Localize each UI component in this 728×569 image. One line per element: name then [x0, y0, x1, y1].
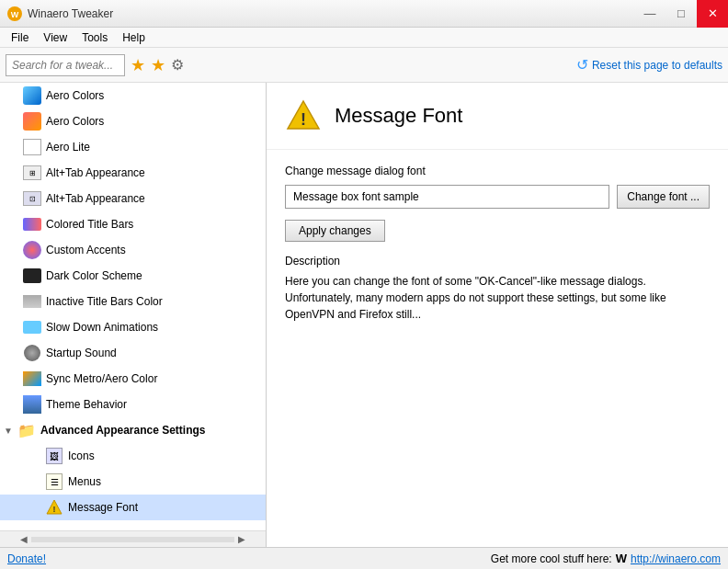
apply-changes-button[interactable]: Apply changes: [285, 220, 385, 242]
custom-accents-icon: [22, 240, 42, 260]
sidebar-item-alttab-1[interactable]: ⊞ Alt+Tab Appearance: [0, 160, 266, 186]
panel-header: ! Message Font: [267, 83, 728, 150]
sidebar-label-slow-anim: Slow Down Animations: [46, 321, 158, 334]
get-more-text: Get more cool stuff here:: [491, 552, 612, 565]
dark-color-icon: [22, 266, 42, 286]
sidebar-hscroll: ◀ ▶: [0, 530, 266, 547]
sidebar-item-startup-sound[interactable]: Startup Sound: [0, 340, 266, 366]
hscroll-track: [31, 537, 234, 542]
winaero-w-icon: W: [616, 552, 627, 565]
hscroll-left-btn[interactable]: ◀: [17, 532, 31, 547]
main-content: Aero Colors Aero Colors Aero Lite ⊞ Alt+…: [0, 83, 728, 547]
reset-icon: ↺: [576, 56, 588, 74]
menu-file[interactable]: File: [4, 29, 36, 46]
sidebar-item-sync-metro[interactable]: Sync Metro/Aero Color: [0, 366, 266, 392]
aero-colors-icon-1: [22, 85, 42, 106]
alttab-icon-1: ⊞: [22, 163, 42, 183]
sidebar-label-dark-color: Dark Color Scheme: [46, 269, 142, 282]
window-controls: — □ ✕: [634, 0, 728, 28]
folder-icon: 📁: [17, 422, 36, 439]
right-panel: ! Message Font Change message dialog fon…: [267, 83, 728, 547]
window-title: Winaero Tweaker: [28, 7, 113, 20]
sidebar-label-aero-lite: Aero Lite: [46, 141, 90, 154]
warning-icon: !: [285, 97, 322, 134]
title-bar: W Winaero Tweaker — □ ✕: [0, 0, 728, 28]
sidebar-scroll[interactable]: Aero Colors Aero Colors Aero Lite ⊞ Alt+…: [0, 83, 266, 530]
slow-anim-icon: [22, 317, 42, 337]
sidebar-label-icons: Icons: [68, 450, 95, 462]
sidebar-item-message-font[interactable]: ! Message Font: [0, 495, 266, 520]
advanced-appearance-section[interactable]: ▼ 📁 Advanced Appearance Settings: [0, 417, 266, 443]
star-icon-2[interactable]: ★: [151, 55, 165, 75]
description-label: Description: [285, 255, 710, 267]
font-sample-box: Message box font sample: [285, 185, 609, 209]
svg-text:!: !: [53, 505, 56, 514]
sidebar-item-inactive-title[interactable]: Inactive Title Bars Color: [0, 289, 266, 314]
sidebar-label-alttab-2: Alt+Tab Appearance: [46, 192, 145, 205]
sidebar-label-inactive-title: Inactive Title Bars Color: [46, 295, 163, 308]
sidebar-label-custom-accents: Custom Accents: [46, 244, 126, 256]
sidebar-label-startup-sound: Startup Sound: [46, 347, 117, 359]
description-text: Here you can change the font of some "OK…: [285, 273, 710, 323]
panel-subtitle: Change message dialog font: [285, 165, 710, 177]
sidebar-label-aero-colors-2: Aero Colors: [46, 115, 104, 128]
menu-view[interactable]: View: [36, 29, 74, 46]
sidebar-item-aero-colors-2[interactable]: Aero Colors: [0, 108, 266, 134]
change-font-button[interactable]: Change font ...: [617, 185, 710, 209]
sidebar-item-dark-color[interactable]: Dark Color Scheme: [0, 263, 266, 289]
sidebar-label-colored-title: Colored Title Bars: [46, 218, 133, 231]
status-right: Get more cool stuff here: W http://winae…: [491, 552, 721, 565]
menus-icon: ☰: [44, 472, 64, 492]
inactive-title-icon: [22, 291, 42, 312]
sidebar: Aero Colors Aero Colors Aero Lite ⊞ Alt+…: [0, 83, 267, 547]
hscroll-right-btn[interactable]: ▶: [234, 532, 249, 547]
theme-behavior-icon: [22, 394, 42, 415]
sidebar-label-menus: Menus: [68, 475, 101, 488]
toolbar: ★ ★ ⚙ ↺ Reset this page to defaults: [0, 48, 728, 83]
aero-lite-icon: [22, 137, 42, 157]
sidebar-label-theme-behavior: Theme Behavior: [46, 398, 127, 411]
section-expand-icon: ▼: [4, 426, 13, 436]
reset-label: Reset this page to defaults: [592, 59, 722, 72]
alttab-icon-2: ⊡: [22, 188, 42, 209]
status-bar: Donate! Get more cool stuff here: W http…: [0, 547, 728, 569]
app-icon: W: [7, 6, 22, 21]
panel-title: Message Font: [335, 104, 462, 128]
sidebar-item-slow-anim[interactable]: Slow Down Animations: [0, 314, 266, 340]
sidebar-item-aero-lite[interactable]: Aero Lite: [0, 134, 266, 160]
colored-title-icon: [22, 214, 42, 234]
sidebar-label-message-font: Message Font: [68, 501, 138, 514]
sidebar-item-menus[interactable]: ☰ Menus: [0, 469, 266, 495]
star-icon-1[interactable]: ★: [131, 55, 145, 75]
sync-metro-icon: [22, 369, 42, 389]
close-button[interactable]: ✕: [697, 0, 728, 28]
menu-help[interactable]: Help: [115, 29, 153, 46]
winaero-link[interactable]: http://winaero.com: [631, 552, 721, 565]
sidebar-item-aero-colors-1[interactable]: Aero Colors: [0, 83, 266, 108]
sidebar-item-alttab-2[interactable]: ⊡ Alt+Tab Appearance: [0, 186, 266, 211]
aero-colors-icon-2: [22, 111, 42, 131]
sidebar-item-colored-title[interactable]: Colored Title Bars: [0, 211, 266, 237]
sidebar-label-sync-metro: Sync Metro/Aero Color: [46, 372, 157, 385]
sidebar-label-alttab-1: Alt+Tab Appearance: [46, 166, 145, 179]
sidebar-item-theme-behavior[interactable]: Theme Behavior: [0, 392, 266, 417]
svg-text:W: W: [11, 10, 19, 19]
startup-sound-icon: [22, 343, 42, 363]
panel-body: Change message dialog font Message box f…: [267, 150, 728, 547]
search-input[interactable]: [6, 54, 125, 76]
section-label: Advanced Appearance Settings: [40, 424, 206, 437]
maximize-button[interactable]: □: [665, 0, 697, 28]
menu-tools[interactable]: Tools: [74, 29, 115, 46]
icons-icon: 🖼: [44, 446, 64, 466]
reset-button[interactable]: ↺ Reset this page to defaults: [576, 56, 722, 74]
donate-link[interactable]: Donate!: [7, 552, 46, 565]
menu-bar: File View Tools Help: [0, 28, 728, 48]
section-folder-icon: 📁: [17, 420, 37, 440]
sidebar-item-icons[interactable]: 🖼 Icons: [0, 443, 266, 469]
minimize-button[interactable]: —: [634, 0, 665, 28]
sidebar-item-custom-accents[interactable]: Custom Accents: [0, 237, 266, 263]
message-font-icon: !: [44, 497, 64, 518]
title-bar-left: W Winaero Tweaker: [7, 6, 113, 21]
svg-text:!: !: [301, 110, 306, 129]
gear-icon[interactable]: ⚙: [171, 56, 184, 74]
